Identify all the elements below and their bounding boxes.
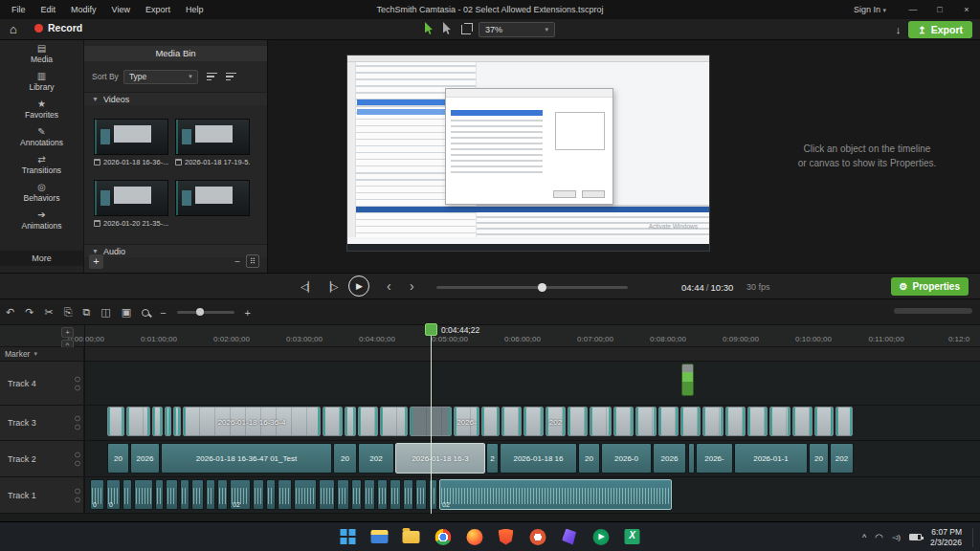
- track-eye-icon[interactable]: [75, 425, 80, 430]
- maximize-button[interactable]: □: [926, 0, 953, 19]
- timeline-clip[interactable]: 2026: [653, 443, 686, 474]
- timeline-clip[interactable]: 02: [230, 479, 251, 510]
- timeline-clip[interactable]: [217, 479, 228, 510]
- timeline-clip[interactable]: [377, 479, 388, 510]
- timeline-clip[interactable]: [814, 407, 834, 436]
- track-link-icon[interactable]: [75, 488, 80, 494]
- timeline-clip[interactable]: 2026-: [696, 443, 733, 474]
- timeline-clip[interactable]: 2: [486, 443, 499, 474]
- undo-icon[interactable]: ↶: [6, 307, 14, 318]
- timeline-clip[interactable]: [688, 443, 695, 474]
- next-frame-button[interactable]: ▕▷: [323, 281, 338, 292]
- timeline-clip[interactable]: [390, 479, 401, 510]
- preview-frame[interactable]: Activate Windows: [346, 55, 710, 252]
- timeline-clip[interactable]: 20: [107, 443, 129, 474]
- taskbar-file-explorer-icon[interactable]: [370, 527, 390, 546]
- timeline-clip[interactable]: [590, 407, 612, 436]
- timeline-clip[interactable]: [126, 407, 150, 436]
- timeline-clip[interactable]: [206, 479, 215, 510]
- split-icon[interactable]: ◫: [100, 307, 110, 318]
- taskbar-chrome-icon[interactable]: [434, 527, 453, 546]
- volume-icon[interactable]: ◅): [892, 533, 901, 541]
- timeline-clip[interactable]: [165, 407, 171, 436]
- menu-modify[interactable]: Modify: [63, 0, 104, 19]
- play-button[interactable]: ▶: [348, 276, 369, 297]
- sidebar-item-transitions[interactable]: ⇄Transitions: [0, 151, 83, 179]
- timeline-scrollbar[interactable]: [894, 308, 972, 314]
- sidebar-item-behaviors[interactable]: ◎Behaviors: [0, 179, 83, 207]
- taskbar-camtasia-icon[interactable]: [591, 527, 611, 546]
- canvas-zoom-select[interactable]: 37% ▾: [479, 22, 555, 37]
- timeline-clip[interactable]: [278, 479, 292, 510]
- timeline-clip[interactable]: 20: [333, 443, 357, 474]
- timeline-clip[interactable]: 02: [439, 479, 672, 510]
- menu-view[interactable]: View: [104, 0, 138, 19]
- timeline-clip[interactable]: [635, 407, 657, 436]
- timeline-clip[interactable]: [173, 407, 181, 436]
- timeline-clip[interactable]: 2026-01-18 16: [500, 443, 577, 474]
- timeline-zoom-in[interactable]: +: [245, 307, 251, 319]
- minimize-button[interactable]: —: [900, 0, 926, 19]
- timeline-clip[interactable]: [155, 479, 164, 510]
- track-link-icon[interactable]: [75, 376, 80, 382]
- download-button[interactable]: ↓: [896, 24, 902, 35]
- timeline-clip[interactable]: [613, 407, 634, 436]
- track-eye-icon[interactable]: [75, 460, 80, 466]
- taskbar-start-icon[interactable]: [339, 527, 358, 546]
- pan-tool[interactable]: [443, 21, 454, 38]
- timeline-clip[interactable]: [403, 479, 413, 510]
- timeline-clip[interactable]: [253, 479, 264, 510]
- timeline-clip[interactable]: [134, 479, 153, 510]
- timeline-clip[interactable]: 0: [106, 479, 121, 510]
- timeline-clip[interactable]: [702, 407, 724, 436]
- sidebar-item-more[interactable]: More: [0, 251, 83, 266]
- timeline-clip[interactable]: [319, 479, 335, 510]
- timeline-clip[interactable]: [769, 407, 791, 436]
- timeline-clip[interactable]: 202: [830, 443, 854, 474]
- track-header-t1[interactable]: Track 1: [0, 477, 84, 514]
- timeline-clip[interactable]: [152, 407, 163, 436]
- keyframe-handle[interactable]: [681, 364, 694, 396]
- track-link-icon[interactable]: [75, 452, 80, 457]
- export-button[interactable]: ↥ Export: [908, 21, 972, 38]
- timeline-ruler[interactable]: 0:00:00;000:01:00;000:02:00;000:03:00;00…: [0, 325, 980, 347]
- timeline-clip[interactable]: 2026-01-18 16-36-4: [183, 407, 321, 436]
- timeline-clip[interactable]: [180, 479, 189, 510]
- playhead-line[interactable]: [431, 324, 432, 514]
- timeline-clip[interactable]: [337, 479, 349, 510]
- sort-type-select[interactable]: Type ▾: [123, 70, 198, 84]
- wifi-icon[interactable]: ◠: [875, 533, 883, 542]
- zoom-tool-icon[interactable]: [142, 309, 149, 317]
- timeline-zoom-knob[interactable]: [196, 308, 204, 316]
- timeline-clip[interactable]: [191, 479, 204, 510]
- media-bin-item[interactable]: 2026-01-18 17-19-5...: [175, 119, 250, 166]
- taskbar-clock[interactable]: 6:07 PM 2/3/2026: [930, 527, 962, 547]
- grid-view-icon[interactable]: ⠿: [246, 254, 259, 268]
- timeline-zoom-slider[interactable]: [177, 311, 234, 314]
- taskbar-duckduckgo-icon[interactable]: [528, 527, 547, 546]
- timeline-clip[interactable]: [501, 407, 522, 436]
- properties-button[interactable]: ⚙ Properties: [891, 277, 969, 296]
- timeline-clip[interactable]: 2026-0: [601, 443, 652, 474]
- timeline-clip[interactable]: [680, 407, 701, 436]
- timeline-clip[interactable]: [122, 479, 132, 510]
- menu-export[interactable]: Export: [138, 0, 178, 19]
- timeline-clip[interactable]: 20: [809, 443, 829, 474]
- sort-ascending-icon[interactable]: [207, 73, 217, 81]
- sidebar-item-animations[interactable]: ➔Animations: [0, 207, 83, 234]
- canvas-area[interactable]: Activate Windows Click an object on the …: [269, 40, 980, 273]
- timeline-clip[interactable]: [266, 479, 276, 510]
- timeline-clip[interactable]: [107, 407, 124, 436]
- jump-forward-button[interactable]: ›: [410, 278, 414, 294]
- track-header-t3[interactable]: Track 3: [0, 406, 84, 441]
- jump-back-button[interactable]: ‹: [387, 278, 391, 294]
- zoom-out-icon[interactable]: −: [234, 256, 240, 267]
- timeline-clip[interactable]: [364, 479, 375, 510]
- sidebar-item-favorites[interactable]: ★Favorites: [0, 96, 83, 123]
- timeline-clip[interactable]: 202: [358, 443, 394, 474]
- timeline-clip[interactable]: [323, 407, 343, 436]
- playhead-handle[interactable]: [425, 323, 437, 336]
- timeline-clip[interactable]: [345, 407, 356, 436]
- add-media-button[interactable]: +: [89, 254, 103, 269]
- menu-edit[interactable]: Edit: [33, 0, 64, 19]
